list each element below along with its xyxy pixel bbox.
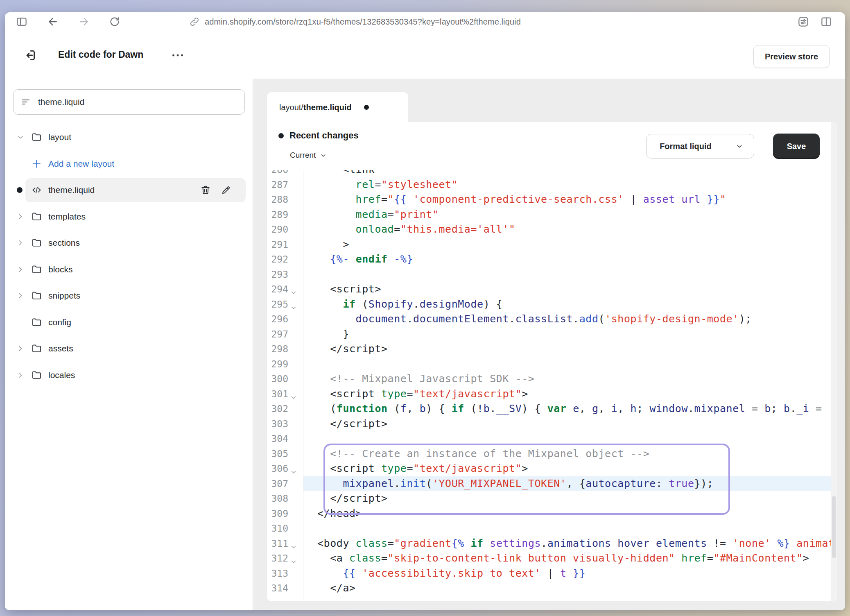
code-line-content: </script> <box>303 342 837 357</box>
code-line-content: onload="this.media='all'" <box>303 222 837 237</box>
back-icon[interactable] <box>47 16 59 28</box>
code-line-304[interactable]: 304 <box>267 431 837 446</box>
chevron-right-icon[interactable] <box>16 344 25 353</box>
line-number: 300 <box>267 371 303 387</box>
scrollbar-thumb[interactable] <box>832 496 836 558</box>
tree-item-assets[interactable]: assets <box>5 335 253 362</box>
code-line-305[interactable]: 305 <!-- Create an instance of the Mixpa… <box>267 446 837 462</box>
code-line-301[interactable]: 301 <script type="text/javascript"> <box>267 387 837 402</box>
tree-item-theme-liquid[interactable]: theme.liquid <box>5 177 253 204</box>
file-tree: layoutAdd a new layouttheme.liquidtempla… <box>5 124 253 388</box>
toolbar-divider <box>761 122 761 170</box>
file-tab[interactable]: layout/theme.liquid <box>267 92 408 122</box>
code-line-286[interactable]: 286 <link <box>267 170 837 177</box>
exit-editor-icon[interactable] <box>23 48 37 62</box>
page-settings-icon[interactable] <box>797 16 809 28</box>
reload-icon[interactable] <box>109 16 121 28</box>
line-number: 299 <box>267 357 303 372</box>
recent-changes-dot <box>278 133 284 138</box>
code-line-292[interactable]: 292 {%- endif -%} <box>267 252 837 267</box>
chevron-right-icon[interactable] <box>16 213 25 221</box>
code-line-297[interactable]: 297 } <box>267 327 837 342</box>
code-line-298[interactable]: 298 </script> <box>267 342 837 357</box>
format-liquid-button[interactable]: Format liquid <box>646 134 754 159</box>
url-text: admin.shopify.com/store/rzq1xu-f5/themes… <box>205 17 521 27</box>
version-label: Current <box>290 151 316 160</box>
chevron-right-icon[interactable] <box>16 292 25 300</box>
code-line-302[interactable]: 302 (function (f, b) { if (!b.__SV) { va… <box>267 401 837 417</box>
tree-item-sections[interactable]: sections <box>5 230 253 256</box>
save-button[interactable]: Save <box>773 134 820 159</box>
code-line-299[interactable]: 299 <box>267 357 837 372</box>
page-title: Edit code for Dawn <box>58 49 143 60</box>
chevron-down-icon[interactable] <box>16 133 25 141</box>
tab-file-name: theme.liquid <box>303 103 352 112</box>
tree-item-add-a-new-layout[interactable]: Add a new layout <box>5 151 253 177</box>
chevron-right-icon[interactable] <box>16 265 25 274</box>
code-editor[interactable]: 286 <link287 rel="stylesheet"288 href="{… <box>267 170 837 601</box>
chevron-right-icon[interactable] <box>16 239 25 247</box>
code-line-293[interactable]: 293 <box>267 267 837 282</box>
forward-icon[interactable] <box>78 16 90 28</box>
line-number: 286 <box>267 170 303 177</box>
code-line-291[interactable]: 291 > <box>267 237 837 252</box>
tree-item-label: snippets <box>48 291 80 301</box>
fold-chevron-icon[interactable] <box>290 465 297 473</box>
folder-icon <box>31 290 42 301</box>
tree-item-label: locales <box>48 370 75 380</box>
code-line-313[interactable]: 313 {{ 'accessibility.skip_to_text' | t … <box>267 566 837 581</box>
fold-chevron-icon[interactable] <box>290 301 297 308</box>
code-line-289[interactable]: 289 media="print" <box>267 207 837 222</box>
folder-icon <box>31 211 42 222</box>
split-view-icon[interactable] <box>820 16 832 28</box>
scrollbar-track[interactable] <box>831 122 837 601</box>
code-line-content: rel="stylesheet" <box>303 177 837 192</box>
tree-item-snippets[interactable]: snippets <box>5 283 253 309</box>
tree-item-blocks[interactable]: blocks <box>5 256 253 283</box>
line-number: 302 <box>267 401 303 417</box>
code-line-307[interactable]: 307 mixpanel.init('YOUR_MIXPANEL_TOKEN',… <box>267 476 837 491</box>
delete-icon[interactable] <box>200 185 211 195</box>
line-number: 312 <box>267 551 303 566</box>
code-line-296[interactable]: 296 document.documentElement.classList.a… <box>267 312 837 327</box>
line-number: 287 <box>267 177 303 192</box>
version-select[interactable]: Current <box>290 151 327 160</box>
fold-chevron-icon[interactable] <box>290 286 297 293</box>
code-line-308[interactable]: 308 </script> <box>267 491 837 506</box>
code-line-content: > <box>303 237 837 252</box>
code-line-306[interactable]: 306 <script type="text/javascript"> <box>267 461 837 476</box>
code-line-288[interactable]: 288 href="{{ 'component-predictive-searc… <box>267 192 837 207</box>
tree-item-templates[interactable]: templates <box>5 204 253 230</box>
chevron-right-icon[interactable] <box>16 371 25 379</box>
sidebar-toggle-icon[interactable] <box>16 16 28 28</box>
code-line-314[interactable]: 314 </a> <box>267 581 837 596</box>
fold-chevron-icon[interactable] <box>290 390 297 398</box>
code-line-287[interactable]: 287 rel="stylesheet" <box>267 177 837 192</box>
code-line-311[interactable]: 311<body class="gradient{% if settings.a… <box>267 536 837 551</box>
code-line-290[interactable]: 290 onload="this.media='all'" <box>267 222 837 237</box>
file-search[interactable] <box>13 89 245 115</box>
fold-chevron-icon[interactable] <box>290 540 297 547</box>
rename-icon[interactable] <box>221 185 231 195</box>
line-number: 305 <box>267 446 303 462</box>
folder-icon <box>31 238 42 249</box>
tree-item-locales[interactable]: locales <box>5 362 253 389</box>
tree-item-config[interactable]: config <box>5 309 253 336</box>
format-options-caret[interactable] <box>725 134 754 158</box>
fold-chevron-icon[interactable] <box>290 555 297 562</box>
preview-store-button[interactable]: Preview store <box>753 45 830 68</box>
more-menu-icon[interactable] <box>170 49 187 61</box>
url-bar[interactable]: admin.shopify.com/store/rzq1xu-f5/themes… <box>189 12 521 31</box>
line-number: 309 <box>267 506 303 521</box>
code-line-295[interactable]: 295 if (Shopify.designMode) { <box>267 297 837 312</box>
code-line-content: <!-- Mixpanel Javascript SDK --> <box>303 371 837 387</box>
file-search-input[interactable] <box>37 97 244 107</box>
code-line-312[interactable]: 312 <a class="skip-to-content-link butto… <box>267 551 837 566</box>
code-line-content: document.documentElement.classList.add('… <box>303 312 837 327</box>
code-line-294[interactable]: 294 <script> <box>267 282 837 297</box>
code-line-300[interactable]: 300 <!-- Mixpanel Javascript SDK --> <box>267 371 837 387</box>
code-line-310[interactable]: 310 <box>267 521 837 536</box>
code-line-303[interactable]: 303 </script> <box>267 417 837 432</box>
code-line-309[interactable]: 309</head> <box>267 506 837 521</box>
tree-item-layout[interactable]: layout <box>5 124 253 151</box>
